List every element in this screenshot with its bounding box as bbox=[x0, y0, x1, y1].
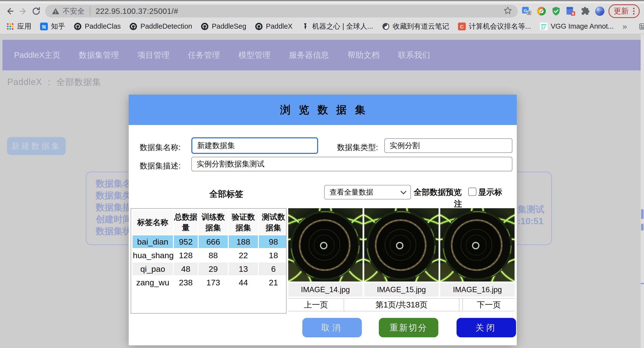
dataset-type-input[interactable] bbox=[384, 138, 512, 153]
column-header: 测试数据集 bbox=[259, 210, 286, 234]
bookmark-label: PaddleDetection bbox=[140, 22, 192, 30]
update-label: 更新 bbox=[614, 6, 629, 16]
table-cell: 44 bbox=[229, 276, 258, 289]
back-button[interactable] bbox=[4, 4, 16, 18]
dataset-type-label: 数据集类型: bbox=[337, 142, 378, 153]
all-labels-title: 全部标签 bbox=[209, 188, 243, 200]
table-row-hua_shang[interactable]: hua_shang128882218 bbox=[132, 249, 286, 262]
bookmark-收藏到有道云笔记[interactable]: 收藏到有道云笔记 bbox=[382, 21, 449, 31]
chevron-down-icon bbox=[400, 188, 406, 194]
preview-image-IMAGE_16.jpg[interactable] bbox=[440, 208, 514, 282]
prev-page-button[interactable]: 上一页 bbox=[288, 299, 344, 311]
svg-text:知: 知 bbox=[42, 24, 46, 29]
nav-item-数据集管理[interactable]: 数据集管理 bbox=[79, 50, 119, 61]
all-data-preview-label: 全部数据预览 bbox=[414, 188, 462, 197]
preview-caption-row: IMAGE_14.jpgIMAGE_15.jpgIMAGE_16.jpg bbox=[288, 283, 515, 297]
bookmark-计算机会议排名等...[interactable]: C计算机会议排名等... bbox=[458, 21, 531, 31]
github-icon bbox=[201, 22, 208, 30]
color-wheel-extension-icon[interactable] bbox=[536, 6, 547, 16]
apps-grid-icon bbox=[6, 22, 14, 30]
close-button[interactable]: 关闭 bbox=[456, 318, 516, 337]
nav-item-服务器信息[interactable]: 服务器信息 bbox=[289, 50, 329, 61]
bookmark-PaddleX[interactable]: PaddleX bbox=[255, 22, 292, 30]
svg-text:C: C bbox=[460, 24, 464, 29]
main-nav: PaddleX主页数据集管理项目管理任务管理模型管理服务器信息帮助文档联系我们 bbox=[2, 40, 642, 70]
table-cell: 666 bbox=[199, 235, 228, 248]
translate-extension-icon[interactable]: G文 bbox=[522, 6, 532, 16]
table-cell: hua_shang bbox=[132, 249, 173, 262]
column-header: 总数据量 bbox=[174, 210, 198, 234]
reading-list-icon bbox=[639, 22, 644, 30]
bookmark-star-button[interactable] bbox=[503, 6, 514, 16]
bookmark-VGG Image Annot...[interactable]: VGG Image Annot... bbox=[540, 22, 614, 30]
dataset-desc-input[interactable] bbox=[191, 157, 512, 171]
preview-image-IMAGE_14.jpg[interactable] bbox=[288, 208, 362, 282]
bookmark-PaddleClas[interactable]: PaddleClas bbox=[74, 22, 121, 30]
extension-icons: G文 bbox=[522, 6, 605, 16]
jiqizhixin-icon bbox=[301, 22, 309, 30]
defect-sample-image bbox=[440, 208, 514, 282]
next-page-button[interactable]: 下一页 bbox=[462, 299, 515, 311]
github-icon bbox=[255, 22, 263, 30]
preview-image-IMAGE_15.jpg[interactable] bbox=[364, 208, 438, 282]
forward-arrow-icon bbox=[18, 6, 28, 16]
table-cell: 173 bbox=[199, 276, 228, 289]
breadcrumb: PaddleX ： 全部数据集 bbox=[7, 76, 101, 88]
notes-extension-icon-with-error-badge[interactable] bbox=[565, 6, 576, 16]
reading-list-button[interactable]: 阅读清单 bbox=[639, 21, 644, 31]
profile-avatar[interactable] bbox=[594, 6, 605, 16]
page-scrollbar[interactable] bbox=[640, 34, 644, 348]
card-value-fragment: 集测试 bbox=[518, 203, 551, 215]
table-cell: 18 bbox=[259, 249, 286, 262]
view-data-select[interactable]: 查看全量数据 bbox=[324, 185, 411, 199]
security-label: 不安全 bbox=[63, 6, 84, 16]
bookmark-应用[interactable]: 应用 bbox=[6, 21, 31, 31]
url-bar[interactable]: 不安全 222.95.100.37:25001/# bbox=[45, 5, 518, 17]
nav-item-帮助文档[interactable]: 帮助文档 bbox=[348, 50, 380, 61]
table-cell: 29 bbox=[199, 263, 228, 275]
dataset-name-input[interactable] bbox=[191, 137, 318, 154]
nav-item-项目管理[interactable]: 项目管理 bbox=[138, 50, 170, 61]
table-row-qi_pao[interactable]: qi_pao4829136 bbox=[132, 263, 286, 275]
nav-item-联系我们[interactable]: 联系我们 bbox=[398, 50, 430, 61]
image-preview-panel: IMAGE_14.jpgIMAGE_15.jpgIMAGE_16.jpg 上一页… bbox=[288, 208, 515, 311]
table-row-bai_dian[interactable]: bai_dian95266618898 bbox=[132, 235, 286, 248]
table-cell: 48 bbox=[174, 263, 198, 275]
nav-item-任务管理[interactable]: 任务管理 bbox=[188, 50, 220, 61]
image-caption: IMAGE_14.jpg bbox=[288, 283, 362, 297]
shield-check-extension-icon[interactable] bbox=[551, 6, 562, 16]
bookmarks-overflow-chevron[interactable]: » bbox=[622, 21, 627, 31]
labels-table-header-row: 标签名称总数据量训练数据集验证数据集测试数据集 bbox=[132, 210, 286, 234]
cancel-button[interactable]: 取消 bbox=[302, 318, 362, 337]
nav-item-PaddleX主页[interactable]: PaddleX主页 bbox=[14, 50, 60, 61]
zhihu-icon: 知 bbox=[40, 22, 48, 30]
menu-kebab-icon[interactable] bbox=[632, 7, 636, 15]
url-text: 222.95.100.37:25001/# bbox=[96, 7, 178, 16]
chrome-update-button[interactable]: 更新 bbox=[608, 4, 640, 18]
reload-button[interactable] bbox=[30, 4, 43, 18]
not-secure-warning-icon bbox=[52, 7, 60, 15]
table-cell: 188 bbox=[229, 235, 258, 248]
table-row-zang_wu[interactable]: zang_wu2381734421 bbox=[132, 276, 286, 289]
labels-table: 标签名称总数据量训练数据集验证数据集测试数据集 bai_dian95266618… bbox=[132, 209, 286, 290]
table-cell: bai_dian bbox=[132, 235, 173, 248]
bookmark-知乎[interactable]: 知知乎 bbox=[40, 21, 65, 31]
table-cell: 952 bbox=[174, 235, 198, 248]
star-icon bbox=[503, 6, 512, 15]
extensions-puzzle-icon[interactable] bbox=[580, 6, 590, 16]
dataset-name-label: 数据集名称: bbox=[140, 142, 181, 153]
resplit-button[interactable]: 重新切分 bbox=[379, 318, 438, 337]
column-header: 标签名称 bbox=[132, 210, 173, 234]
bookmark-PaddleDetection[interactable]: PaddleDetection bbox=[130, 22, 192, 30]
bookmark-PaddleSeg[interactable]: PaddleSeg bbox=[201, 22, 246, 30]
table-cell: 21 bbox=[259, 276, 286, 289]
new-dataset-button[interactable]: 新建数据集 bbox=[7, 137, 66, 155]
bookmark-机器之心 | 全球人...[interactable]: 机器之心 | 全球人... bbox=[301, 21, 373, 31]
svg-text:文: 文 bbox=[528, 11, 531, 15]
bookmarks-list: 应用知知乎PaddleClasPaddleDetectionPaddleSegP… bbox=[0, 21, 622, 31]
show-annotation-checkbox[interactable] bbox=[468, 188, 476, 196]
preview-toggle-area: 全部数据预览显示标注 bbox=[413, 186, 503, 210]
forward-button[interactable] bbox=[16, 4, 30, 18]
nav-item-模型管理[interactable]: 模型管理 bbox=[238, 50, 270, 61]
image-caption: IMAGE_15.jpg bbox=[364, 283, 438, 297]
